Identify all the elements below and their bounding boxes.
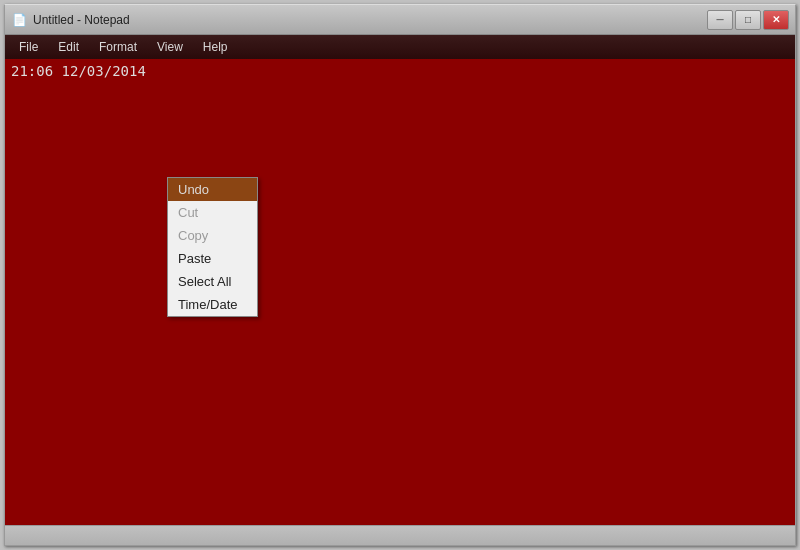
- ctx-paste[interactable]: Paste: [168, 247, 257, 270]
- ctx-copy: Copy: [168, 224, 257, 247]
- title-bar-controls: ─ □ ✕: [707, 10, 789, 30]
- menu-bar: File Edit Format View Help: [5, 35, 795, 59]
- maximize-button[interactable]: □: [735, 10, 761, 30]
- ctx-select-all[interactable]: Select All: [168, 270, 257, 293]
- ctx-undo[interactable]: Undo: [168, 178, 257, 201]
- context-menu: Undo Cut Copy Paste Select All Time/Date: [167, 177, 258, 317]
- menu-file[interactable]: File: [9, 38, 48, 56]
- menu-help[interactable]: Help: [193, 38, 238, 56]
- title-bar: 📄 Untitled - Notepad ─ □ ✕: [5, 5, 795, 35]
- notepad-window: 📄 Untitled - Notepad ─ □ ✕ File Edit For…: [4, 4, 796, 546]
- text-area[interactable]: 21:06 12/03/2014 Undo Cut Copy Paste Sel…: [5, 59, 795, 525]
- ctx-cut: Cut: [168, 201, 257, 224]
- app-icon: 📄: [11, 12, 27, 28]
- title-bar-left: 📄 Untitled - Notepad: [11, 12, 130, 28]
- editor-content: 21:06 12/03/2014: [11, 63, 789, 79]
- minimize-button[interactable]: ─: [707, 10, 733, 30]
- close-button[interactable]: ✕: [763, 10, 789, 30]
- menu-edit[interactable]: Edit: [48, 38, 89, 56]
- window-title: Untitled - Notepad: [33, 13, 130, 27]
- menu-view[interactable]: View: [147, 38, 193, 56]
- status-bar: [5, 525, 795, 545]
- ctx-time-date[interactable]: Time/Date: [168, 293, 257, 316]
- menu-format[interactable]: Format: [89, 38, 147, 56]
